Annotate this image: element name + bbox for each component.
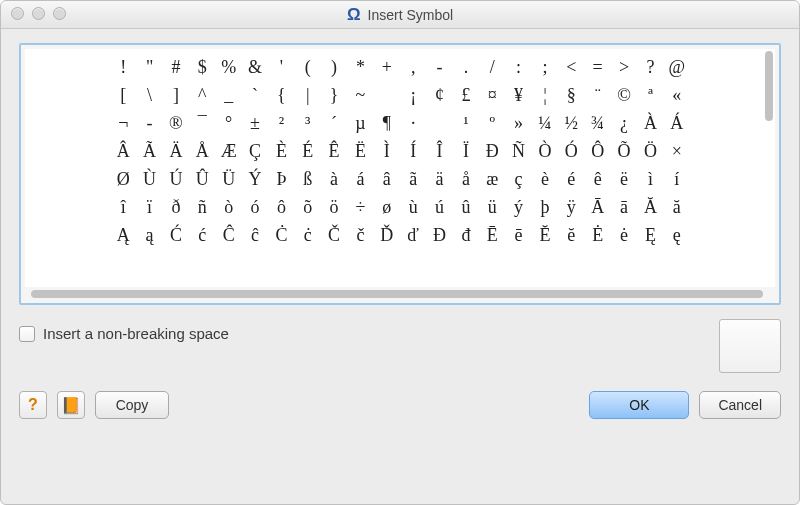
symbol-cell[interactable]: Ã (136, 137, 162, 165)
symbol-cell[interactable]: û (453, 193, 479, 221)
cancel-button[interactable]: Cancel (699, 391, 781, 419)
symbol-cell[interactable]: Æ (216, 137, 242, 165)
symbol-cell[interactable]: ! (110, 53, 136, 81)
reference-button[interactable]: 📙 (57, 391, 85, 419)
symbol-cell[interactable]: ( (295, 53, 321, 81)
symbol-cell[interactable]: © (611, 81, 637, 109)
ok-button[interactable]: OK (589, 391, 689, 419)
symbol-cell[interactable]: æ (479, 165, 505, 193)
symbol-cell[interactable]: . (453, 53, 479, 81)
symbol-cell[interactable]: Ë (347, 137, 373, 165)
symbol-cell[interactable]: å (453, 165, 479, 193)
symbol-cell[interactable]: ç (505, 165, 531, 193)
symbol-cell[interactable]: ñ (189, 193, 215, 221)
symbol-cell[interactable]: ï (136, 193, 162, 221)
symbol-cell[interactable]: ý (505, 193, 531, 221)
symbol-cell[interactable]: Ć (163, 221, 189, 249)
symbol-cell[interactable]: ° (216, 109, 242, 137)
symbol-cell[interactable]: ö (321, 193, 347, 221)
symbol-cell[interactable]: ē (505, 221, 531, 249)
symbol-cell[interactable]: ò (216, 193, 242, 221)
symbol-cell[interactable]: ¼ (532, 109, 558, 137)
symbol-cell[interactable]: ¬ (110, 109, 136, 137)
symbol-cell[interactable]: Ç (242, 137, 268, 165)
symbol-cell[interactable]: č (347, 221, 373, 249)
symbol-cell[interactable]: | (295, 81, 321, 109)
symbol-cell[interactable]: Ü (216, 165, 242, 193)
symbol-cell[interactable]: ß (295, 165, 321, 193)
symbol-cell[interactable]: Ó (558, 137, 584, 165)
symbol-cell[interactable]: þ (532, 193, 558, 221)
symbol-cell[interactable]: ć (189, 221, 215, 249)
copy-button[interactable]: Copy (95, 391, 169, 419)
symbol-cell[interactable]: ą (136, 221, 162, 249)
symbol-cell[interactable]: ó (242, 193, 268, 221)
symbol-cell[interactable]: > (611, 53, 637, 81)
symbol-cell[interactable]: ê (585, 165, 611, 193)
symbol-cell[interactable]: ù (400, 193, 426, 221)
symbol-cell[interactable]: Ď (374, 221, 400, 249)
symbol-cell[interactable]: í (664, 165, 690, 193)
symbol-cell[interactable]: ½ (558, 109, 584, 137)
symbol-cell[interactable]: Ö (637, 137, 663, 165)
symbol-cell[interactable]: ÿ (558, 193, 584, 221)
symbol-cell[interactable]: ă (664, 193, 690, 221)
symbol-cell[interactable]: Đ (479, 137, 505, 165)
symbol-cell[interactable]: ä (426, 165, 452, 193)
symbol-cell[interactable]: Ä (163, 137, 189, 165)
symbol-cell[interactable]: ) (321, 53, 347, 81)
symbol-cell[interactable]: » (505, 109, 531, 137)
symbol-cell[interactable]: ¨ (585, 81, 611, 109)
symbol-cell[interactable]: Å (189, 137, 215, 165)
symbol-cell[interactable]: § (558, 81, 584, 109)
symbol-cell[interactable]: À (637, 109, 663, 137)
symbol-cell[interactable]: Ù (136, 165, 162, 193)
symbol-cell[interactable]: « (664, 81, 690, 109)
symbol-cell[interactable]: Ċ (268, 221, 294, 249)
symbol-cell[interactable]: È (268, 137, 294, 165)
symbol-cell[interactable]: Ô (585, 137, 611, 165)
symbol-cell[interactable]: Ì (374, 137, 400, 165)
symbol-cell[interactable]: ÷ (347, 193, 373, 221)
symbol-cell[interactable]: Ý (242, 165, 268, 193)
symbol-cell[interactable]: ? (637, 53, 663, 81)
symbol-cell[interactable]: · (400, 109, 426, 137)
symbol-cell[interactable]: ë (611, 165, 637, 193)
vertical-scrollbar[interactable] (765, 51, 773, 285)
symbol-cell[interactable]: Ĉ (216, 221, 242, 249)
symbol-cell[interactable]: ã (400, 165, 426, 193)
symbol-cell[interactable]: = (585, 53, 611, 81)
symbol-cell[interactable]: Ā (585, 193, 611, 221)
symbol-cell[interactable]: ú (426, 193, 452, 221)
symbol-cell[interactable]: Þ (268, 165, 294, 193)
symbol-cell[interactable]: ø (374, 193, 400, 221)
symbol-cell[interactable]: ô (268, 193, 294, 221)
symbol-cell[interactable]: Č (321, 221, 347, 249)
symbol-cell[interactable]: @ (664, 53, 690, 81)
symbol-cell[interactable]: ¿ (611, 109, 637, 137)
symbol-cell[interactable]: ª (637, 81, 663, 109)
symbol-cell[interactable]: } (321, 81, 347, 109)
symbol-cell[interactable]: Ø (110, 165, 136, 193)
minimize-window-button[interactable] (32, 7, 45, 20)
symbol-cell[interactable]: Í (400, 137, 426, 165)
symbol-cell[interactable]: Ê (321, 137, 347, 165)
symbol-cell[interactable]: ¢ (426, 81, 452, 109)
symbol-cell[interactable]: & (242, 53, 268, 81)
symbol-cell[interactable]: ; (532, 53, 558, 81)
symbol-cell[interactable]: ³ (295, 109, 321, 137)
symbol-cell[interactable]: Û (189, 165, 215, 193)
symbol-cell[interactable]: : (505, 53, 531, 81)
symbol-cell[interactable]: - (136, 109, 162, 137)
symbol-cell[interactable]: ĉ (242, 221, 268, 249)
symbol-cell[interactable]: Ė (585, 221, 611, 249)
symbol-cell[interactable]: × (664, 137, 690, 165)
symbol-cell[interactable]: Đ (426, 221, 452, 249)
symbol-cell[interactable]: % (216, 53, 242, 81)
symbol-cell[interactable]: ® (163, 109, 189, 137)
symbol-cell[interactable]: Õ (611, 137, 637, 165)
symbol-cell[interactable]: ´ (321, 109, 347, 137)
horizontal-scrollbar[interactable] (25, 289, 775, 299)
symbol-cell[interactable]: " (136, 53, 162, 81)
symbol-cell[interactable]: Ă (637, 193, 663, 221)
